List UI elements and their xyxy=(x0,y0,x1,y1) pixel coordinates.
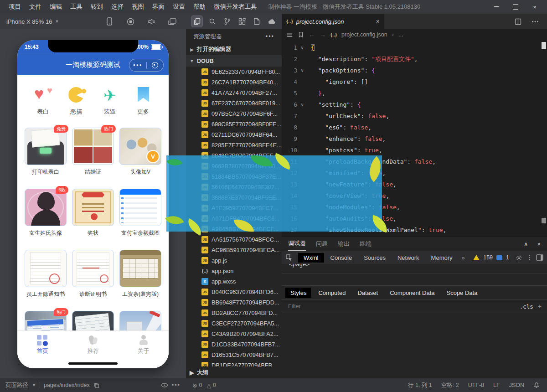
cursor-position[interactable]: 行 1, 列 1 xyxy=(408,382,432,389)
menu-item-工具[interactable]: 工具 xyxy=(66,3,87,11)
file-row[interactable]: JSAC96B591707094BFCA... xyxy=(186,245,282,255)
devtools-tab-Memory[interactable]: Memory xyxy=(426,253,458,263)
page-path-label[interactable]: 页面路径 xyxy=(5,382,28,389)
device-selector[interactable]: iPhone X 85% 16▼ xyxy=(6,18,59,25)
outline-section[interactable]: ▶ 大纲 xyxy=(186,366,282,378)
file-row[interactable]: JS67F237C6707094BF019... xyxy=(186,98,282,108)
file-row[interactable]: JSC43A9B20707094BFA2... xyxy=(186,329,282,339)
copy-icon[interactable] xyxy=(93,382,99,388)
more-icon[interactable]: ••• xyxy=(172,382,181,388)
close-tab-icon[interactable]: × xyxy=(376,18,380,25)
minimap[interactable] xyxy=(541,40,547,237)
inspect-element-icon[interactable] xyxy=(285,254,293,261)
quick-entry-表白[interactable]: 表白 xyxy=(30,86,56,116)
phone-icon[interactable] xyxy=(105,17,114,26)
close-button[interactable]: × xyxy=(527,1,542,12)
fold-icon[interactable]: ∨ xyxy=(297,99,307,110)
menu-item-视图[interactable]: 视图 xyxy=(128,3,148,11)
filter-input[interactable] xyxy=(287,303,515,310)
bell-icon[interactable] xyxy=(533,382,540,388)
menu-item-设置[interactable]: 设置 xyxy=(169,3,189,11)
file-row[interactable]: {..}app.json xyxy=(186,266,282,276)
template-card[interactable]: 免费打印机表白 xyxy=(25,128,67,176)
file-row[interactable]: JS698C85F7707094BF0FE... xyxy=(186,119,282,129)
capsule-menu[interactable]: ●●● xyxy=(129,59,164,72)
language-mode[interactable]: JSON xyxy=(509,382,524,388)
eol-setting[interactable]: LF xyxy=(493,382,500,388)
panel-tab-终端[interactable]: 终端 xyxy=(360,237,372,250)
template-card[interactable]: 支付宝余额截图 xyxy=(119,189,161,237)
bookmark-outline-icon[interactable] xyxy=(298,31,304,38)
mute-icon[interactable] xyxy=(147,17,156,26)
fold-icon[interactable]: ∨ xyxy=(297,65,307,76)
breadcrumb-file[interactable]: project.config.json xyxy=(341,31,387,38)
template-card[interactable]: 热门结婚证 xyxy=(72,128,114,176)
file-row[interactable]: JSAA515756707094BFCC... xyxy=(186,234,282,245)
warning-count[interactable]: 159 xyxy=(483,254,493,261)
page-path-value[interactable]: pages/index/index xyxy=(44,382,90,388)
record-icon[interactable] xyxy=(126,17,135,26)
file-row[interactable]: JSBB6948F7707094BFDD... xyxy=(186,297,282,308)
file-row[interactable]: JSapp.js xyxy=(186,255,282,266)
minimize-button[interactable] xyxy=(489,1,504,12)
phone-tab-关于[interactable]: 关于 xyxy=(128,335,160,355)
message-count[interactable]: 1 xyxy=(506,254,509,261)
menu-item-选择[interactable]: 选择 xyxy=(107,3,128,11)
open-editors-section[interactable]: ▶ 打开的编辑器 xyxy=(186,44,282,55)
back-icon[interactable]: ← xyxy=(309,31,315,38)
maximize-button[interactable] xyxy=(508,1,523,12)
template-card[interactable]: V头像加V xyxy=(119,128,161,176)
style-tab-dataset[interactable]: Dataset xyxy=(352,288,383,298)
file-row[interactable]: JSC3ECF272707094BFA5... xyxy=(186,318,282,329)
quick-entry-装逼[interactable]: 装逼 xyxy=(97,86,123,116)
project-root-section[interactable]: ▼ DOUB xyxy=(186,55,282,67)
fold-icon[interactable]: ∨ xyxy=(297,42,307,53)
template-card[interactable]: 工资条(装穷版) xyxy=(119,250,161,298)
pages-icon[interactable] xyxy=(191,16,202,27)
template-card[interactable]: 员工开除通知书 xyxy=(25,250,67,298)
file-row[interactable]: JSD16531C5707094BFB7... xyxy=(186,350,282,360)
tab-overflow-icon[interactable]: » xyxy=(462,254,465,261)
menu-item-项目[interactable]: 项目 xyxy=(5,3,25,11)
devtools-tab-Wxml[interactable]: Wxml xyxy=(298,253,324,263)
template-card[interactable]: 奖状 xyxy=(72,189,114,237)
file-row[interactable]: JSD1CD33B4707094BFB7... xyxy=(186,339,282,350)
menu-item-编辑[interactable]: 编辑 xyxy=(46,3,66,11)
file-row[interactable]: JSBD2A8CC7707094BFD... xyxy=(186,308,282,318)
indent-setting[interactable]: 空格: 2 xyxy=(441,382,459,389)
panel-tab-输出[interactable]: 输出 xyxy=(338,237,350,250)
phone-tab-首页[interactable]: 首页 xyxy=(26,335,58,355)
menu-item-界面[interactable]: 界面 xyxy=(148,3,169,11)
cloud-icon[interactable] xyxy=(267,17,276,26)
file-row[interactable]: JS26C7A1B7707094BF40... xyxy=(186,77,282,88)
file-icon[interactable] xyxy=(252,17,261,26)
file-row[interactable]: JSB040C963707094BFD6... xyxy=(186,287,282,297)
menu-item-文件[interactable]: 文件 xyxy=(25,3,46,11)
cls-toggle[interactable]: .cls xyxy=(520,303,533,310)
close-panel-icon[interactable]: × xyxy=(537,241,541,248)
template-card[interactable]: 诊断证明书 xyxy=(72,250,114,298)
phone-tab-推荐[interactable]: 推荐 xyxy=(77,335,109,355)
encoding[interactable]: UTF-8 xyxy=(468,382,484,388)
file-row[interactable]: JS8285E7E7707094BFE4E... xyxy=(186,140,282,150)
kebab-menu-icon[interactable] xyxy=(526,254,532,261)
menu-item-微信开发者工具[interactable]: 微信开发者工具 xyxy=(210,3,261,11)
eye-icon[interactable] xyxy=(161,382,168,388)
panel-tab-问题[interactable]: 问题 xyxy=(316,237,328,250)
wxml-element-tree[interactable]: <page> xyxy=(282,264,547,273)
git-branch-icon[interactable] xyxy=(223,17,232,26)
more-icon[interactable] xyxy=(531,17,540,26)
gear-icon[interactable] xyxy=(516,254,522,261)
more-dots-icon[interactable]: ●●● xyxy=(129,63,146,67)
devtools-tab-Network[interactable]: Network xyxy=(392,253,425,263)
template-card[interactable]: 6款女生姓氏头像 xyxy=(25,189,67,237)
file-row[interactable]: Sapp.wxss xyxy=(186,276,282,287)
dock-side-icon[interactable] xyxy=(536,254,543,261)
explorer-more-icon[interactable]: ••• xyxy=(266,33,274,40)
widgets-icon[interactable] xyxy=(237,17,247,26)
add-style-icon[interactable]: + xyxy=(538,303,542,310)
file-row[interactable]: JS41A7A274707094BF27... xyxy=(186,88,282,98)
menu-item-转到[interactable]: 转到 xyxy=(87,3,107,11)
file-row[interactable]: JSDB1DE2A7707094BFB... xyxy=(186,360,282,366)
collapse-panel-icon[interactable]: ∧ xyxy=(524,241,528,248)
